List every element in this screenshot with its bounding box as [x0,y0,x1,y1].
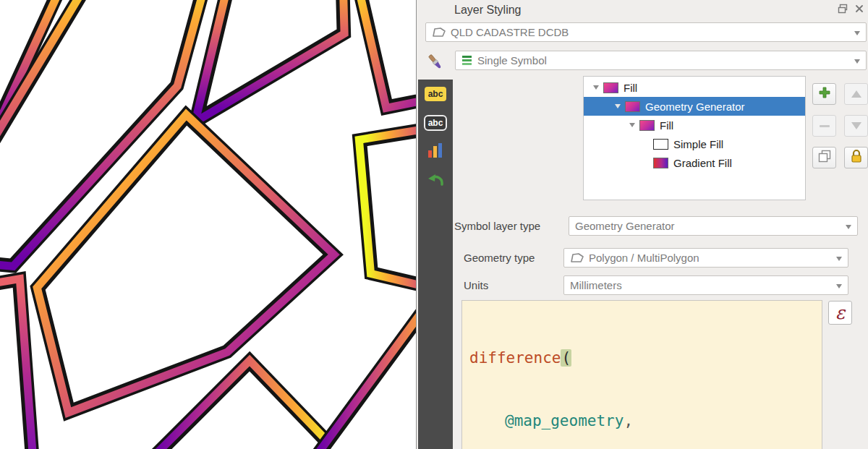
expression-editor[interactable]: difference( @map_geometry, buffer(@map_g… [461,300,822,449]
geometry-type-select[interactable]: Polygon / MultiPolygon [563,248,848,268]
chevron-down-icon [846,225,851,229]
paintbrush-icon [426,53,445,74]
layer-selector-value: QLD CADASTRE DCDB [451,26,569,38]
up-arrow-icon [851,90,861,98]
layer-styling-panel: Layer Styling QLD CADASTRE DCDB [416,0,868,449]
tab-symbology[interactable] [418,48,453,80]
expander-icon[interactable] [613,104,623,108]
tab-labels[interactable]: abc [418,80,453,108]
parcel-polygon [318,300,416,449]
move-up-button[interactable] [844,83,868,105]
tab-callouts[interactable]: abc [418,108,453,137]
symbol-node-geometry-generator[interactable]: Geometry Generator [584,97,805,116]
symbol-node-label: Gradient Fill [673,157,732,169]
single-symbol-icon [461,55,473,66]
float-panel-icon[interactable] [837,3,848,14]
polygon-layer-icon [432,27,446,38]
symbol-node-label: Fill [624,82,637,94]
units-value: Millimeters [570,279,622,291]
geometry-generator-swatch [625,101,640,112]
remove-symbol-layer-button[interactable] [812,115,836,137]
minus-icon [820,125,830,127]
simple-fill-swatch [653,139,668,150]
layer-selector[interactable]: QLD CADASTRE DCDB [425,22,867,42]
down-arrow-icon [851,122,861,129]
symbol-node-label: Geometry Generator [645,101,745,113]
add-symbol-layer-button[interactable] [812,83,836,105]
map-canvas[interactable] [0,0,416,449]
fill-swatch [603,82,618,93]
tab-diagrams[interactable] [418,137,453,166]
parcel-polygon [204,0,339,110]
tab-history[interactable] [418,166,453,195]
matched-paren: ( [561,349,571,367]
fill-swatch [639,120,655,131]
chevron-down-icon [836,284,842,288]
chevron-down-icon [854,59,860,64]
parcel-polygon [0,286,27,449]
expander-icon[interactable] [627,123,637,127]
renderer-selector[interactable]: Single Symbol [455,51,867,70]
expression-function: difference [469,349,561,367]
map-parcels-svg [0,0,416,449]
callouts-abc-icon: abc [424,115,448,131]
parcel-polygon [365,129,416,289]
styling-tabs-strip: abc abc [418,48,453,449]
chevron-down-icon [854,31,860,35]
symbol-node-label: Simple Fill [673,138,723,150]
duplicate-icon [818,150,831,166]
expression-line: @map_geometry, [469,411,814,432]
expression-variable: @map_geometry [505,412,624,429]
symbol-layer-type-value: Geometry Generator [575,220,675,232]
symbol-node-gradient-fill[interactable]: Gradient Fill [584,153,805,172]
symbol-tree: Fill Geometry Generator Fill Simple Fill… [583,76,806,200]
geometry-type-value: Polygon / MultiPolygon [589,252,699,264]
expander-icon[interactable] [591,85,601,90]
lock-icon [850,149,863,166]
symbol-node-simple-fill[interactable]: Simple Fill [584,134,805,153]
renderer-selector-value: Single Symbol [477,54,547,67]
lock-colors-button[interactable] [844,147,868,168]
move-down-button[interactable] [844,115,868,137]
symbol-node-label: Fill [660,119,673,132]
units-select[interactable]: Millimeters [563,275,848,295]
parcel-polygon [358,0,416,101]
gradient-fill-swatch [653,158,668,168]
labels-abc-icon: abc [425,87,447,101]
symbol-layer-type-label: Symbol layer type [454,220,540,232]
parcel-polygon [156,369,340,449]
epsilon-icon: ε [835,302,845,323]
symbol-node-fill[interactable]: Fill [584,78,805,97]
panel-title: Layer Styling [454,4,522,17]
expression-line: difference( [469,348,814,369]
symbol-node-fill-nested[interactable]: Fill [584,116,805,134]
plus-icon [818,86,831,102]
symbol-layer-type-select[interactable]: Geometry Generator [569,216,858,236]
expression-builder-button[interactable]: ε [828,301,852,325]
chevron-down-icon [836,257,842,261]
geometry-type-label: Geometry type [464,252,535,264]
units-label: Units [464,279,488,291]
history-arrow-icon [426,171,445,190]
polygon-geometry-icon [570,252,584,263]
diagrams-icon [427,142,444,162]
close-panel-icon[interactable] [854,3,865,14]
duplicate-symbol-layer-button[interactable] [812,147,836,168]
